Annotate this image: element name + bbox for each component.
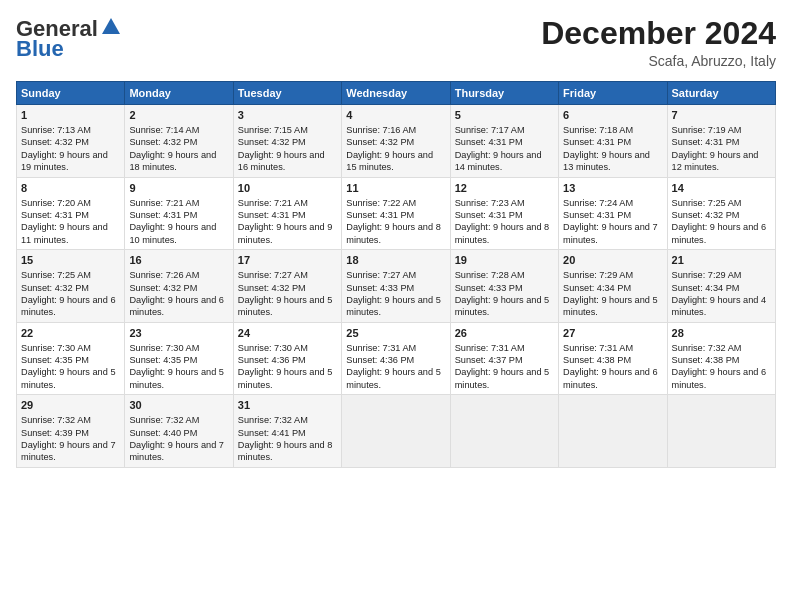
day-info: Sunrise: 7:17 AM	[455, 124, 554, 136]
table-row: 18Sunrise: 7:27 AMSunset: 4:33 PMDayligh…	[342, 250, 450, 323]
table-row	[559, 395, 667, 468]
day-info: Sunset: 4:40 PM	[129, 427, 228, 439]
day-info: Sunset: 4:35 PM	[21, 354, 120, 366]
table-row: 27Sunrise: 7:31 AMSunset: 4:38 PMDayligh…	[559, 322, 667, 395]
day-number: 5	[455, 108, 554, 123]
day-info: Sunset: 4:34 PM	[672, 282, 771, 294]
day-info: Daylight: 9 hours and 8 minutes.	[238, 439, 337, 464]
day-info: Sunset: 4:33 PM	[346, 282, 445, 294]
day-number: 29	[21, 398, 120, 413]
day-info: Daylight: 9 hours and 5 minutes.	[21, 366, 120, 391]
svg-marker-0	[102, 18, 120, 34]
day-info: Daylight: 9 hours and 6 minutes.	[129, 294, 228, 319]
day-info: Sunrise: 7:19 AM	[672, 124, 771, 136]
day-info: Sunset: 4:31 PM	[455, 209, 554, 221]
day-info: Daylight: 9 hours and 19 minutes.	[21, 149, 120, 174]
day-info: Daylight: 9 hours and 6 minutes.	[672, 221, 771, 246]
day-info: Daylight: 9 hours and 4 minutes.	[672, 294, 771, 319]
day-number: 7	[672, 108, 771, 123]
day-number: 24	[238, 326, 337, 341]
day-info: Daylight: 9 hours and 14 minutes.	[455, 149, 554, 174]
table-row: 20Sunrise: 7:29 AMSunset: 4:34 PMDayligh…	[559, 250, 667, 323]
day-info: Daylight: 9 hours and 5 minutes.	[238, 366, 337, 391]
table-row: 10Sunrise: 7:21 AMSunset: 4:31 PMDayligh…	[233, 177, 341, 250]
calendar-week-row: 8Sunrise: 7:20 AMSunset: 4:31 PMDaylight…	[17, 177, 776, 250]
day-info: Sunset: 4:34 PM	[563, 282, 662, 294]
logo-blue-text: Blue	[16, 36, 64, 62]
col-tuesday: Tuesday	[233, 82, 341, 105]
day-info: Daylight: 9 hours and 16 minutes.	[238, 149, 337, 174]
table-row: 29Sunrise: 7:32 AMSunset: 4:39 PMDayligh…	[17, 395, 125, 468]
day-number: 13	[563, 181, 662, 196]
calendar-week-row: 22Sunrise: 7:30 AMSunset: 4:35 PMDayligh…	[17, 322, 776, 395]
day-info: Sunset: 4:31 PM	[672, 136, 771, 148]
day-info: Sunset: 4:33 PM	[455, 282, 554, 294]
day-info: Sunrise: 7:15 AM	[238, 124, 337, 136]
day-number: 9	[129, 181, 228, 196]
main-title: December 2024	[541, 16, 776, 51]
day-number: 22	[21, 326, 120, 341]
day-number: 20	[563, 253, 662, 268]
calendar-week-row: 29Sunrise: 7:32 AMSunset: 4:39 PMDayligh…	[17, 395, 776, 468]
day-number: 14	[672, 181, 771, 196]
day-number: 17	[238, 253, 337, 268]
day-info: Sunrise: 7:14 AM	[129, 124, 228, 136]
day-info: Daylight: 9 hours and 5 minutes.	[455, 366, 554, 391]
day-info: Sunrise: 7:30 AM	[238, 342, 337, 354]
table-row: 6Sunrise: 7:18 AMSunset: 4:31 PMDaylight…	[559, 105, 667, 178]
day-info: Sunrise: 7:27 AM	[238, 269, 337, 281]
day-info: Sunrise: 7:13 AM	[21, 124, 120, 136]
table-row: 31Sunrise: 7:32 AMSunset: 4:41 PMDayligh…	[233, 395, 341, 468]
day-info: Sunset: 4:32 PM	[672, 209, 771, 221]
day-info: Daylight: 9 hours and 8 minutes.	[455, 221, 554, 246]
day-info: Sunrise: 7:30 AM	[129, 342, 228, 354]
day-info: Sunset: 4:31 PM	[455, 136, 554, 148]
day-number: 10	[238, 181, 337, 196]
logo: General Blue	[16, 16, 122, 62]
table-row: 23Sunrise: 7:30 AMSunset: 4:35 PMDayligh…	[125, 322, 233, 395]
table-row: 4Sunrise: 7:16 AMSunset: 4:32 PMDaylight…	[342, 105, 450, 178]
day-info: Daylight: 9 hours and 5 minutes.	[455, 294, 554, 319]
col-saturday: Saturday	[667, 82, 775, 105]
day-info: Sunset: 4:32 PM	[238, 136, 337, 148]
table-row: 22Sunrise: 7:30 AMSunset: 4:35 PMDayligh…	[17, 322, 125, 395]
day-number: 31	[238, 398, 337, 413]
day-info: Sunrise: 7:32 AM	[129, 414, 228, 426]
day-number: 28	[672, 326, 771, 341]
day-number: 3	[238, 108, 337, 123]
table-row: 28Sunrise: 7:32 AMSunset: 4:38 PMDayligh…	[667, 322, 775, 395]
day-info: Sunset: 4:32 PM	[346, 136, 445, 148]
day-number: 1	[21, 108, 120, 123]
day-info: Daylight: 9 hours and 11 minutes.	[21, 221, 120, 246]
day-info: Daylight: 9 hours and 8 minutes.	[346, 221, 445, 246]
day-info: Daylight: 9 hours and 15 minutes.	[346, 149, 445, 174]
table-row: 5Sunrise: 7:17 AMSunset: 4:31 PMDaylight…	[450, 105, 558, 178]
day-info: Sunset: 4:35 PM	[129, 354, 228, 366]
day-info: Daylight: 9 hours and 6 minutes.	[672, 366, 771, 391]
day-info: Sunrise: 7:21 AM	[238, 197, 337, 209]
day-info: Sunset: 4:37 PM	[455, 354, 554, 366]
day-info: Daylight: 9 hours and 7 minutes.	[129, 439, 228, 464]
day-info: Sunset: 4:31 PM	[563, 209, 662, 221]
table-row: 21Sunrise: 7:29 AMSunset: 4:34 PMDayligh…	[667, 250, 775, 323]
day-number: 25	[346, 326, 445, 341]
day-info: Sunset: 4:31 PM	[563, 136, 662, 148]
day-number: 26	[455, 326, 554, 341]
page: General Blue December 2024 Scafa, Abruzz…	[0, 0, 792, 612]
day-info: Daylight: 9 hours and 13 minutes.	[563, 149, 662, 174]
table-row: 8Sunrise: 7:20 AMSunset: 4:31 PMDaylight…	[17, 177, 125, 250]
col-monday: Monday	[125, 82, 233, 105]
day-number: 27	[563, 326, 662, 341]
day-info: Sunrise: 7:26 AM	[129, 269, 228, 281]
day-number: 21	[672, 253, 771, 268]
day-info: Daylight: 9 hours and 10 minutes.	[129, 221, 228, 246]
day-info: Sunset: 4:31 PM	[346, 209, 445, 221]
col-wednesday: Wednesday	[342, 82, 450, 105]
day-info: Daylight: 9 hours and 5 minutes.	[238, 294, 337, 319]
day-number: 11	[346, 181, 445, 196]
table-row: 12Sunrise: 7:23 AMSunset: 4:31 PMDayligh…	[450, 177, 558, 250]
calendar-week-row: 15Sunrise: 7:25 AMSunset: 4:32 PMDayligh…	[17, 250, 776, 323]
table-row: 11Sunrise: 7:22 AMSunset: 4:31 PMDayligh…	[342, 177, 450, 250]
day-info: Daylight: 9 hours and 6 minutes.	[21, 294, 120, 319]
col-friday: Friday	[559, 82, 667, 105]
